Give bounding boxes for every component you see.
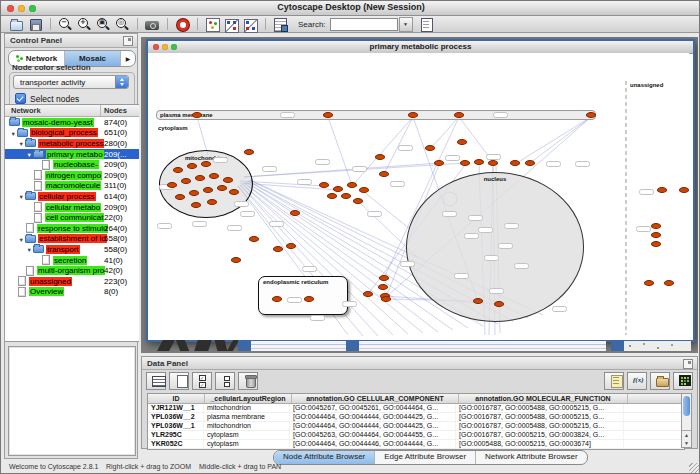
disclosure-triangle-icon[interactable]: ▼ [27, 247, 32, 253]
network-tree-row[interactable]: unassigned223(0) [5, 276, 139, 287]
search-dropdown-icon[interactable]: ▼ [399, 17, 413, 32]
filter-icon[interactable] [273, 17, 288, 32]
network-node[interactable] [341, 193, 351, 199]
network-node[interactable] [434, 160, 444, 166]
birdseye-view[interactable] [8, 346, 136, 456]
network-node[interactable] [231, 257, 241, 263]
network-node[interactable] [319, 182, 329, 188]
network-node[interactable] [454, 112, 464, 118]
network-node[interactable] [525, 160, 535, 166]
network-node[interactable] [195, 175, 205, 181]
network-tree-row[interactable]: ▼cellular process614(0) [5, 191, 139, 202]
network-node[interactable] [408, 112, 418, 118]
column-header-network[interactable]: Network [11, 106, 41, 115]
network-node[interactable] [323, 112, 333, 118]
network-node[interactable] [187, 163, 197, 169]
network-tree-row[interactable]: multi-organism pro42(0) [5, 265, 139, 276]
table-column-header[interactable]: annotation.GO CELLULAR_COMPONENT [292, 394, 459, 403]
new-attribute-icon[interactable] [169, 372, 189, 390]
snapshot-icon[interactable] [145, 17, 160, 32]
table-cell[interactable]: [GO:0005488, GO:0005215, GO:0003674] [456, 440, 624, 448]
select-attributes-icon[interactable] [192, 372, 212, 390]
table-cell[interactable]: cytoplasm [204, 440, 290, 448]
vizmapper-icon[interactable] [205, 17, 220, 32]
network-node[interactable] [651, 241, 661, 247]
import-attributes-icon[interactable] [604, 372, 624, 390]
network-tree-row[interactable]: nitrogen compo209(0) [5, 170, 139, 181]
network-node[interactable] [189, 190, 199, 196]
table-row[interactable]: YPL036W__1mitochondrion[GO:0044464, GO:0… [148, 422, 684, 431]
help-icon[interactable] [175, 17, 190, 32]
network-node[interactable] [473, 298, 483, 304]
network-tree-row[interactable]: mosaic-demo-yeast874(0) [5, 117, 139, 128]
table-cell[interactable]: mitochondrion [204, 404, 290, 412]
zoom-fit-icon[interactable]: ◎ [115, 17, 130, 32]
node-color-dropdown[interactable]: transporter activity [13, 75, 129, 89]
network-tree-row[interactable]: ▼transport558(0) [5, 244, 139, 255]
edge-attribute-icon[interactable] [243, 17, 258, 32]
network-canvas[interactable]: plasma membrane cytoplasm mitochondrion … [148, 53, 689, 336]
network-node[interactable] [167, 182, 177, 188]
network-node[interactable] [651, 223, 661, 229]
table-row[interactable]: YLR295Ccytoplasm[GO:0045263, GO:0044464,… [148, 431, 684, 440]
network-node[interactable] [381, 296, 391, 302]
table-cell[interactable]: plasma membrane [204, 413, 290, 421]
resize-grip[interactable] [689, 463, 699, 473]
open-attributes-icon[interactable] [650, 372, 670, 390]
table-cell[interactable]: [GO:0044464, GO:0044446, GO:0044444, G..… [290, 440, 456, 448]
table-cell[interactable]: [GO:0044464, GO:0044444, GO:0044425, G..… [290, 422, 456, 430]
scrollbar-thumb[interactable] [683, 396, 690, 416]
network-node[interactable] [286, 243, 296, 249]
scrollbar-arrows-icon[interactable]: ▲▼ [682, 430, 691, 447]
network-tree-row[interactable]: ▼primary metabo209(... [5, 149, 139, 160]
network-tree-row[interactable]: ▼biological_process651(0) [5, 128, 139, 139]
disclosure-triangle-icon[interactable]: ▼ [27, 152, 32, 158]
network-node[interactable] [664, 280, 674, 286]
table-row[interactable]: YPL036W__2plasma membrane[GO:0044464, GO… [148, 413, 684, 422]
network-node[interactable] [327, 193, 337, 199]
network-node[interactable] [175, 194, 185, 200]
network-tree-row[interactable]: macromolecule311(0) [5, 181, 139, 192]
open-session-icon[interactable] [9, 17, 24, 32]
network-tree-row[interactable]: response to stimulu264(0) [5, 223, 139, 234]
network-node[interactable] [363, 291, 373, 297]
network-tree-row[interactable]: Overview8(0) [5, 287, 139, 298]
table-row[interactable]: YKR052Ccytoplasm[GO:0044464, GO:0044446,… [148, 440, 684, 449]
table-cell[interactable]: YJR121W__1 [148, 404, 204, 412]
table-cell[interactable]: [GO:0016787, GO:0005488, GO:0005215, G..… [456, 404, 624, 412]
network-node[interactable] [191, 202, 201, 208]
node-attribute-icon[interactable] [224, 17, 239, 32]
network-node[interactable] [379, 275, 389, 281]
float-data-panel-icon[interactable] [683, 359, 693, 369]
network-node[interactable] [510, 160, 520, 166]
network-node[interactable] [181, 178, 191, 184]
float-panel-icon[interactable] [123, 36, 133, 46]
network-tree-row[interactable]: nucleobase-209(0) [5, 159, 139, 170]
network-node[interactable] [173, 167, 183, 173]
network-node[interactable] [679, 187, 689, 193]
network-node[interactable] [207, 199, 217, 205]
table-column-header[interactable]: ID [148, 394, 205, 403]
column-divider[interactable] [100, 105, 101, 116]
network-node[interactable] [223, 177, 233, 183]
zoom-selected-icon[interactable]: ▣ [96, 17, 111, 32]
network-node[interactable] [494, 301, 504, 307]
table-row[interactable]: YJR121W__1mitochondrion[GO:0045267, GO:0… [148, 404, 684, 413]
network-node[interactable] [347, 182, 357, 188]
network-node[interactable] [644, 280, 654, 286]
network-node[interactable] [651, 232, 661, 238]
network-node[interactable] [586, 112, 596, 118]
table-cell[interactable]: [GO:0016787, GO:0005488, GO:0005215, G..… [456, 422, 624, 430]
network-node[interactable] [272, 296, 282, 302]
network-node[interactable] [209, 173, 219, 179]
table-cell[interactable]: [GO:0045267, GO:0045261, GO:0044464, G..… [290, 404, 456, 412]
network-node[interactable] [304, 296, 314, 302]
network-node[interactable] [192, 112, 202, 118]
network-node[interactable] [474, 159, 484, 165]
table-cell[interactable]: YKR052C [148, 440, 204, 448]
table-cell[interactable]: [GO:0045263, GO:0044464, GO:0044455, G..… [290, 431, 456, 439]
table-scrollbar[interactable]: ▲▼ [681, 393, 692, 448]
table-cell[interactable]: mitochondrion [204, 422, 290, 430]
network-node[interactable] [460, 160, 470, 166]
network-node[interactable] [244, 149, 254, 155]
